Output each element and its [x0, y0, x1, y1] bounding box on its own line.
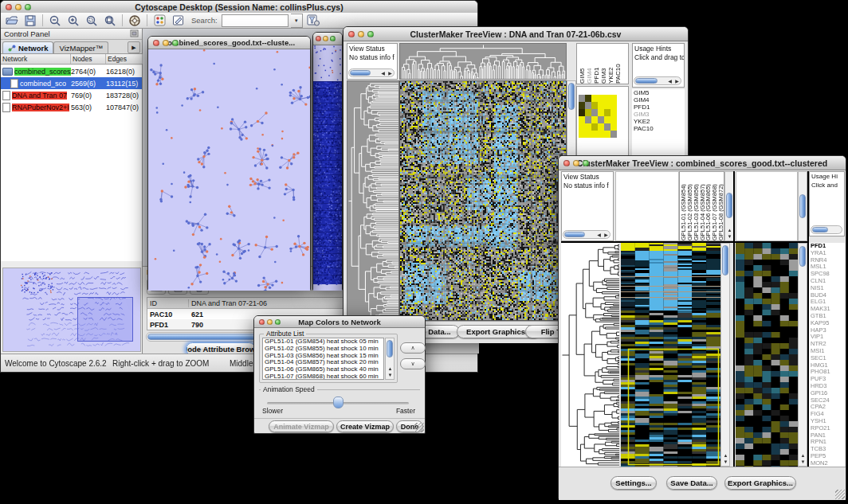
minimize-icon[interactable]: [15, 4, 22, 10]
zoom-selected-icon[interactable]: [84, 14, 100, 27]
dialog-titlebar[interactable]: Map Colors to Network: [254, 316, 425, 328]
scrollbar-thumb[interactable]: [812, 227, 828, 232]
view-status-hscrollbar[interactable]: [348, 68, 395, 77]
network-row[interactable]: combined_sco 2569(6) 13112(15): [1, 77, 142, 89]
scroll-left-icon[interactable]: [666, 79, 673, 84]
filter-icon[interactable]: [305, 14, 321, 27]
attribute-vscrollbar[interactable]: [385, 338, 395, 380]
close-icon[interactable]: [563, 160, 570, 166]
gene-label[interactable]: GIM5: [632, 89, 685, 96]
resize-grip[interactable]: [414, 423, 424, 432]
export-graphics-button[interactable]: Export Graphics...: [724, 476, 796, 490]
scroll-down-icon[interactable]: [726, 234, 733, 240]
close-icon[interactable]: [348, 31, 355, 37]
network-overview-thumbnail[interactable]: [2, 268, 141, 352]
scroll-up-icon[interactable]: [722, 453, 729, 459]
tab-network[interactable]: Network: [2, 41, 53, 53]
scroll-left-icon[interactable]: [379, 71, 387, 76]
vizmapper-icon[interactable]: [151, 14, 167, 27]
help-icon[interactable]: [127, 14, 143, 27]
minimize-icon[interactable]: [358, 31, 364, 37]
scroll-right-icon[interactable]: [673, 79, 681, 84]
usage-hints-hscrollbar[interactable]: [634, 76, 681, 85]
network-row[interactable]: combined_scores 2764(0) 16218(0): [1, 65, 142, 77]
tab-vizmapper[interactable]: VizMapper™: [53, 41, 108, 53]
dense-network-canvas[interactable]: [313, 45, 342, 291]
zoom-window-icon[interactable]: [367, 31, 374, 37]
scroll-down-icon[interactable]: [722, 459, 729, 465]
attribute-item[interactable]: GPL51-07 (GSM868) heat shock 60 min: [263, 373, 383, 380]
settings-button[interactable]: Settings...: [610, 476, 657, 490]
gene-dendrogram[interactable]: [561, 243, 619, 467]
zoom-vscrollbar-top[interactable]: [798, 171, 807, 241]
create-vizmap-button[interactable]: Create Vizmap: [336, 420, 394, 432]
zoom-in-icon[interactable]: [65, 14, 81, 27]
tab-overflow-button[interactable]: ▶: [128, 41, 140, 53]
overview-selection-rect[interactable]: [77, 297, 133, 342]
background-window-titlebar[interactable]: [313, 33, 342, 45]
scroll-up-icon[interactable]: [387, 366, 394, 372]
gene-label[interactable]: GIM3: [632, 111, 685, 118]
gene-label[interactable]: YKE2: [632, 118, 685, 125]
slider-thumb[interactable]: [333, 397, 344, 408]
scrollbar-thumb[interactable]: [635, 78, 658, 84]
close-icon[interactable]: [316, 36, 321, 41]
zoom-window-icon[interactable]: [275, 319, 281, 325]
minimize-icon[interactable]: [573, 160, 579, 166]
network-view-titlebar[interactable]: combined_scores_good.txt--cluste...: [148, 37, 310, 49]
scrollbar-thumb[interactable]: [799, 246, 806, 267]
float-panel-icon[interactable]: [130, 29, 139, 39]
network-row[interactable]: RNAPuberNov2+I 563(0) 107847(0): [1, 101, 142, 113]
scrollbar-thumb[interactable]: [350, 70, 371, 76]
open-session-icon[interactable]: [4, 14, 20, 27]
save-session-icon[interactable]: [22, 14, 38, 27]
scroll-down-icon[interactable]: [387, 373, 394, 378]
zoom-window-icon[interactable]: [25, 4, 31, 10]
network-row[interactable]: DNA and Tran 07 769(0) 183728(0): [1, 89, 142, 101]
close-icon[interactable]: [153, 40, 159, 46]
zoom-heatmap[interactable]: [736, 243, 798, 467]
save-data-button[interactable]: Save Data...: [666, 476, 717, 490]
close-icon[interactable]: [6, 4, 12, 10]
scroll-up-icon[interactable]: [799, 453, 807, 459]
scrollbar-thumb[interactable]: [722, 245, 728, 275]
view-status-hscrollbar[interactable]: [563, 230, 610, 239]
array-dendrogram[interactable]: [399, 43, 567, 80]
search-dropdown-icon[interactable]: [291, 14, 303, 28]
heatmap-vscrollbar[interactable]: [720, 243, 730, 467]
scrollbar-thumb[interactable]: [568, 83, 575, 110]
scroll-left-icon[interactable]: [595, 232, 603, 238]
cytoscape-titlebar[interactable]: Cytoscape Desktop (Session Name: collins…: [1, 1, 477, 14]
gene-label[interactable]: MON2: [809, 460, 845, 467]
scroll-down-icon[interactable]: [799, 459, 807, 465]
search-input[interactable]: [222, 14, 289, 27]
scroll-up-icon[interactable]: [726, 228, 733, 233]
treeview-combined-titlebar[interactable]: ClusterMaker TreeView : combined_scores_…: [559, 156, 846, 170]
resize-grip[interactable]: [835, 490, 845, 499]
close-icon[interactable]: [259, 319, 265, 325]
global-heatmap[interactable]: [399, 80, 567, 321]
array-dendrogram-area[interactable]: [615, 171, 679, 241]
zoom-window-icon[interactable]: [583, 160, 589, 166]
minimize-icon[interactable]: [163, 40, 169, 46]
scrollbar-thumb[interactable]: [799, 194, 806, 218]
move-up-button[interactable]: ∧: [400, 342, 426, 354]
scrollbar-thumb[interactable]: [726, 193, 732, 218]
scroll-right-icon[interactable]: [603, 232, 610, 238]
gene-label[interactable]: GIM4: [632, 96, 685, 104]
scroll-right-icon[interactable]: [387, 71, 394, 76]
gene-dendrogram[interactable]: [347, 80, 399, 321]
scrollbar-thumb[interactable]: [564, 232, 585, 237]
global-heatmap[interactable]: [621, 243, 720, 467]
annotation-icon[interactable]: [170, 14, 186, 27]
gene-label[interactable]: PFD1: [632, 104, 685, 111]
animate-vizmap-button[interactable]: Animate Vizmap: [269, 420, 334, 432]
zoom-heatmap[interactable]: [579, 95, 617, 138]
gene-label[interactable]: PAC10: [632, 125, 685, 132]
zoom-fit-icon[interactable]: [102, 14, 118, 27]
zoom-vscrollbar[interactable]: [798, 243, 807, 467]
minimize-icon[interactable]: [267, 319, 273, 325]
scrollbar-thumb[interactable]: [387, 340, 393, 357]
move-down-button[interactable]: ∨: [400, 358, 426, 369]
minimize-icon[interactable]: [323, 36, 328, 41]
